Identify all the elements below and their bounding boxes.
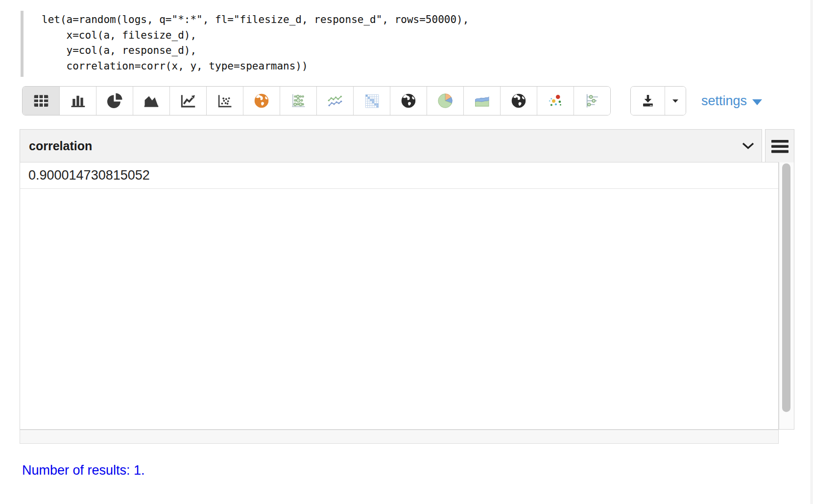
column-header-label: correlation	[29, 139, 741, 153]
download-button-group	[630, 86, 686, 115]
bubble-grid-icon	[289, 92, 308, 110]
bar-chart-icon	[69, 92, 87, 110]
globe-dark-button[interactable]	[390, 87, 427, 115]
bar-chart-button[interactable]	[59, 87, 96, 115]
code-line: x=col(a, filesize_d),	[42, 28, 469, 44]
column-menu-button[interactable]	[741, 140, 756, 151]
visualization-toolbar: settings	[22, 86, 762, 115]
area-chart-button[interactable]	[133, 87, 169, 115]
download-icon	[640, 92, 656, 109]
chart-type-button-group	[22, 86, 611, 115]
horizontal-scrollbar-area	[20, 430, 779, 444]
column-header-correlation[interactable]: correlation	[20, 129, 762, 162]
page-edge	[811, 0, 813, 504]
globe-orange-icon	[252, 92, 271, 110]
code-line: y=col(a, response_d),	[42, 43, 469, 59]
result-grid: correlation 0.900014730815052	[20, 129, 794, 445]
sliders-icon	[583, 92, 601, 110]
line-chart-icon	[179, 92, 197, 110]
hamburger-icon	[771, 139, 789, 154]
heatmap-matrix-icon	[362, 92, 381, 110]
table-icon	[32, 92, 50, 110]
code-editor[interactable]: let(a=random(logs, q="*:*", fl="filesize…	[21, 11, 469, 77]
chevron-down-icon	[741, 141, 755, 150]
table-row[interactable]: 0.900014730815052	[20, 162, 778, 189]
scatter-color-button[interactable]	[537, 87, 574, 115]
code-line: let(a=random(logs, q="*:*", fl="filesize…	[42, 12, 469, 28]
pie-color-icon	[436, 92, 454, 110]
scatter-chart-icon	[215, 92, 234, 110]
bubble-grid-button[interactable]	[280, 87, 316, 115]
globe-dark-icon	[399, 92, 418, 110]
settings-link[interactable]: settings	[701, 86, 762, 115]
grid-body: 0.900014730815052	[20, 162, 779, 430]
sliders-button[interactable]	[574, 87, 610, 115]
globe-dark-icon	[509, 92, 528, 110]
area-color-button[interactable]	[463, 87, 500, 115]
settings-label: settings	[701, 93, 747, 109]
area-chart-icon	[142, 92, 161, 110]
download-button[interactable]	[631, 87, 665, 115]
heatmap-button[interactable]	[353, 87, 390, 115]
scrollbar-thumb[interactable]	[782, 163, 790, 412]
scatter-color-icon	[546, 92, 565, 110]
globe-map-button[interactable]	[243, 87, 280, 115]
caret-down-icon	[669, 94, 682, 107]
results-count: Number of results: 1.	[22, 463, 145, 478]
multi-line-chart-button[interactable]	[316, 87, 353, 115]
pie-chart-button[interactable]	[96, 87, 133, 115]
multi-series-line-icon	[326, 92, 344, 110]
table-view-button[interactable]	[23, 87, 59, 115]
globe-dark-button-2[interactable]	[500, 87, 537, 115]
settings-caret-icon	[752, 99, 762, 105]
code-line: correlation=corr(x, y, type=spearmans))	[42, 59, 469, 74]
download-options-button[interactable]	[665, 87, 686, 115]
pie-color-button[interactable]	[427, 87, 463, 115]
pie-chart-icon	[105, 92, 124, 110]
grid-menu-button[interactable]	[765, 129, 794, 163]
scatter-chart-button[interactable]	[206, 87, 243, 115]
correlation-cell: 0.900014730815052	[28, 168, 150, 183]
vertical-scrollbar	[779, 162, 794, 430]
area-color-icon	[473, 92, 491, 110]
line-chart-button[interactable]	[169, 87, 206, 115]
